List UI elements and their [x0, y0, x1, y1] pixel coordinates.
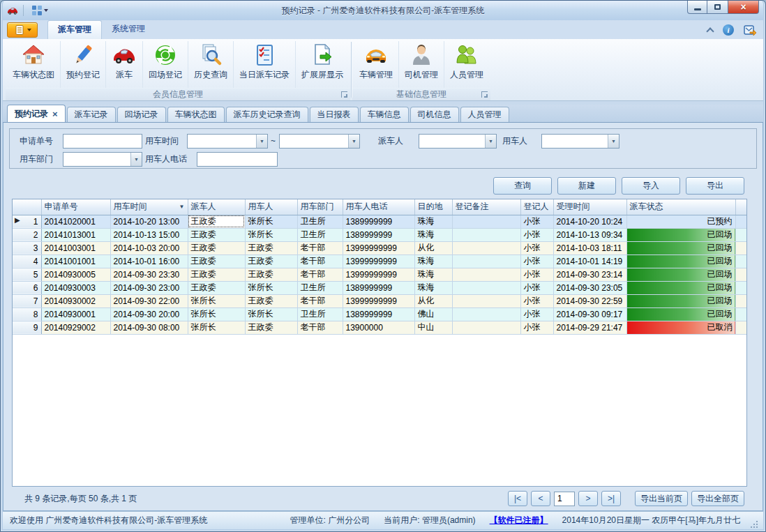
cell-dest[interactable]: 从化 [414, 241, 452, 254]
cell-dispatcher[interactable]: 张所长 [188, 294, 245, 307]
ribbon-button[interactable]: 预约登记 [61, 41, 106, 88]
cell-accept[interactable]: 2014-10-01 14:19 [553, 254, 626, 268]
cell-phone[interactable]: 13999999999 [343, 268, 414, 281]
cell-dest[interactable]: 珠海 [414, 281, 452, 294]
cell-accept[interactable]: 2014-09-30 22:59 [553, 294, 626, 307]
dialog-launcher-icon[interactable] [481, 91, 488, 98]
cell-use_time[interactable]: 2014-09-30 08:00 [110, 321, 188, 334]
doc-tab-3[interactable]: 车辆状态图 [167, 107, 225, 122]
row-header[interactable]: 7 [13, 294, 41, 307]
cell-registrar[interactable]: 小张 [520, 215, 553, 228]
cell-accept[interactable]: 2014-10-20 10:24 [553, 215, 626, 228]
collapse-ribbon-icon[interactable] [706, 27, 714, 35]
column-header-accept[interactable]: 受理时间 [553, 199, 626, 215]
table-row[interactable]: 6201409300032014-09-30 23:00王政委张所长卫生所138… [13, 281, 746, 294]
table-row[interactable]: 5201409300052014-09-30 23:30王政委王政委老干部139… [13, 268, 746, 281]
cell-dept[interactable]: 老干部 [297, 294, 343, 307]
close-tab-icon[interactable]: × [52, 109, 58, 119]
cell-phone[interactable]: 1389999999 [343, 215, 414, 228]
column-header-use_time[interactable]: 用车时间▼ [110, 199, 188, 215]
cell-order_no[interactable]: 20140929002 [41, 321, 110, 334]
cell-accept[interactable]: 2014-10-03 18:11 [553, 241, 626, 254]
cell-registrar[interactable]: 小张 [520, 281, 553, 294]
cell-dispatcher[interactable]: 王政委 [188, 241, 245, 254]
quick-access-toolbar-button[interactable] [29, 3, 51, 17]
cell-dest[interactable]: 从化 [414, 294, 452, 307]
row-header[interactable]: 2 [13, 228, 41, 241]
cell-dest[interactable]: 珠海 [414, 215, 452, 228]
cell-remark[interactable] [452, 294, 520, 307]
cell-phone[interactable]: 1389999999 [343, 281, 414, 294]
table-row[interactable]: 2201410130012014-10-13 15:00王政委张所长卫生所138… [13, 228, 746, 241]
ribbon-button[interactable]: 车辆管理 [354, 41, 399, 88]
cell-remark[interactable] [452, 254, 520, 268]
cell-use_time[interactable]: 2014-10-13 15:00 [110, 228, 188, 241]
row-header[interactable]: 5 [13, 268, 41, 281]
cell-remark[interactable] [452, 215, 520, 228]
cell-user[interactable]: 王政委 [245, 254, 297, 268]
cell-registrar[interactable]: 小张 [520, 254, 553, 268]
ribbon-tab-1[interactable]: 系统管理 [102, 20, 155, 39]
column-header-dept[interactable]: 用车部门 [297, 199, 343, 215]
cell-order_no[interactable]: 20140930005 [41, 268, 110, 281]
cell-user[interactable]: 张所长 [245, 307, 297, 321]
cell-dept[interactable]: 老干部 [297, 241, 343, 254]
ribbon-button[interactable]: 司机管理 [399, 41, 444, 88]
doc-tab-5[interactable]: 当日报表 [310, 107, 359, 122]
table-row[interactable]: 8201409300012014-09-30 20:00张所长张所长卫生所138… [13, 307, 746, 321]
column-header-registrar[interactable]: 登记人 [520, 199, 553, 215]
cell-dispatcher[interactable]: 王政委 [188, 254, 245, 268]
cell-order_no[interactable]: 20140930003 [41, 281, 110, 294]
cell-user[interactable]: 王政委 [245, 321, 297, 334]
doc-tab-7[interactable]: 司机信息 [410, 107, 459, 122]
column-header-status[interactable]: 派车状态 [626, 199, 735, 215]
dialog-launcher-icon[interactable] [341, 91, 347, 98]
cell-remark[interactable] [452, 281, 520, 294]
cell-status[interactable]: 已预约 [626, 215, 735, 228]
cell-use_time[interactable]: 2014-09-30 23:00 [110, 281, 188, 294]
cell-dept[interactable]: 老干部 [297, 254, 343, 268]
dispatcher-combo[interactable]: ▼ [419, 134, 497, 149]
cell-use_time[interactable]: 2014-09-30 23:30 [110, 268, 188, 281]
cell-dest[interactable]: 珠海 [414, 228, 452, 241]
table-row[interactable]: 4201410010012014-10-01 16:00王政委王政委老干部139… [13, 254, 746, 268]
cell-accept[interactable]: 2014-09-30 09:17 [553, 307, 626, 321]
cell-use_time[interactable]: 2014-09-30 20:00 [110, 307, 188, 321]
cell-user[interactable]: 王政委 [245, 294, 297, 307]
cell-dest[interactable]: 佛山 [414, 307, 452, 321]
cell-status[interactable]: 已回场 [626, 254, 735, 268]
cell-order_no[interactable]: 20141003001 [41, 241, 110, 254]
cell-dept[interactable]: 卫生所 [297, 307, 343, 321]
cell-dept[interactable]: 老干部 [297, 268, 343, 281]
dept-combo[interactable]: ▼ [63, 152, 142, 167]
license-registered-link[interactable]: 【软件已注册】 [483, 515, 555, 526]
cell-phone[interactable]: 13900000 [343, 321, 414, 334]
cell-remark[interactable] [452, 321, 520, 334]
new-button[interactable]: 新建 [557, 177, 616, 195]
column-header-remark[interactable]: 登记备注 [452, 199, 520, 215]
cell-order_no[interactable]: 20140930001 [41, 307, 110, 321]
feedback-mail-icon[interactable] [744, 24, 756, 36]
cell-use_time[interactable]: 2014-10-01 16:00 [110, 254, 188, 268]
page-number-input[interactable] [554, 492, 575, 506]
row-header[interactable]: 6 [13, 281, 41, 294]
column-header-phone[interactable]: 用车人电话 [343, 199, 414, 215]
column-header-rowheader[interactable] [13, 199, 41, 215]
cell-phone[interactable]: 13999999999 [343, 254, 414, 268]
export-all-pages-button[interactable]: 导出全部页 [691, 491, 744, 506]
cell-status[interactable]: 已取消 [626, 321, 735, 334]
cell-registrar[interactable]: 小张 [520, 294, 553, 307]
cell-accept[interactable]: 2014-09-29 21:47 [553, 321, 626, 334]
column-header-dispatcher[interactable]: 派车人 [188, 199, 245, 215]
cell-phone[interactable]: 1389999999 [343, 228, 414, 241]
cell-status[interactable]: 已回场 [626, 228, 735, 241]
table-row[interactable]: 3201410030012014-10-03 20:00王政委王政委老干部139… [13, 241, 746, 254]
doc-tab-8[interactable]: 人员管理 [460, 107, 509, 122]
resize-grip[interactable] [750, 520, 759, 529]
minimize-button[interactable] [687, 1, 707, 14]
cell-phone[interactable]: 13999999999 [343, 241, 414, 254]
cell-dispatcher[interactable]: 王政委 [188, 228, 245, 241]
column-header-order_no[interactable]: 申请单号 [41, 199, 110, 215]
export-button[interactable]: 导出 [686, 177, 744, 195]
cell-registrar[interactable]: 小张 [520, 268, 553, 281]
